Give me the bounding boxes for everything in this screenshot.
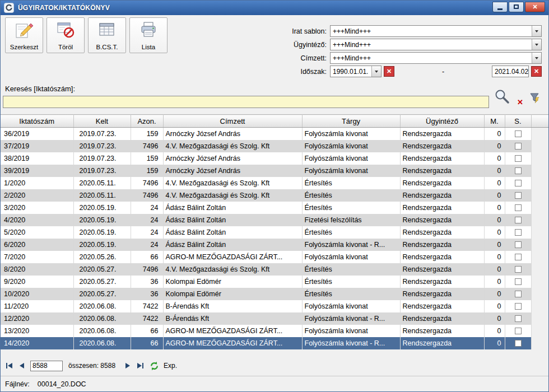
row-checkbox[interactable] bbox=[515, 303, 522, 310]
table-row[interactable]: 7/20202020.05.26.66AGRO-M MEZŐGAZDASÁGI … bbox=[1, 251, 548, 263]
row-checkbox[interactable] bbox=[515, 229, 522, 236]
row-checkbox[interactable] bbox=[515, 167, 522, 174]
row-checkbox[interactable] bbox=[515, 192, 522, 199]
row-checkbox[interactable] bbox=[515, 254, 522, 260]
row-checkbox[interactable] bbox=[515, 266, 522, 273]
cell-azon: 7422 bbox=[131, 300, 163, 312]
cell-s bbox=[505, 152, 531, 165]
irat-sablon-select[interactable]: +++Mind+++ bbox=[330, 25, 542, 37]
clear-search-icon[interactable]: ✕ bbox=[517, 98, 523, 106]
delete-button[interactable]: Töröl bbox=[46, 17, 85, 53]
date-to-field[interactable]: 2021.04.02. bbox=[492, 66, 529, 77]
row-checkbox[interactable] bbox=[515, 180, 522, 186]
col-targy[interactable]: Tárgy bbox=[302, 115, 400, 128]
row-checkbox[interactable] bbox=[515, 143, 522, 150]
row-checkbox[interactable] bbox=[515, 278, 522, 285]
row-checkbox[interactable] bbox=[515, 130, 522, 137]
cell-targy: Folyószámla kivonat bbox=[302, 140, 400, 152]
table-row[interactable]: 2/20202020.05.11.74964.V. Mezőgazdasági … bbox=[1, 189, 548, 202]
table-row[interactable]: 12/20202020.06.08.7422B-Árendás KftFolyó… bbox=[1, 312, 548, 325]
filter-icon[interactable] bbox=[529, 92, 541, 106]
table-row[interactable]: 14/20202020.06.08.66AGRO-M MEZŐGAZDASÁGI… bbox=[1, 337, 548, 349]
cell-azon: 36 bbox=[131, 276, 163, 288]
col-m[interactable]: M. bbox=[484, 115, 505, 128]
chevron-down-icon[interactable] bbox=[532, 26, 541, 36]
date-from-select[interactable]: 1990.01.01. bbox=[330, 66, 381, 77]
col-cimzett[interactable]: Címzett bbox=[163, 115, 302, 128]
arrow-right-icon bbox=[125, 363, 130, 368]
row-filler bbox=[531, 300, 548, 312]
filename-label: Fájlnév: bbox=[5, 380, 30, 388]
nav-prev-button[interactable] bbox=[18, 362, 25, 370]
row-checkbox[interactable] bbox=[515, 155, 522, 162]
statusbar: Fájlnév: 00014_20.DOC bbox=[1, 376, 548, 391]
cell-targy: Folyószámla kivonat - R... bbox=[302, 312, 400, 325]
search-icon[interactable] bbox=[494, 88, 510, 107]
row-checkbox[interactable] bbox=[515, 340, 522, 347]
cell-ugyintezo: Rendszergazda bbox=[400, 177, 484, 189]
table-row[interactable]: 9/20202020.05.27.36Kolompai EdömérÉrtesí… bbox=[1, 276, 548, 288]
col-kelt[interactable]: Kelt bbox=[73, 115, 131, 128]
filter-row-irat-sablon: Irat sablon: +++Mind+++ bbox=[264, 25, 542, 37]
col-azon[interactable]: Azon. bbox=[131, 115, 163, 128]
table-row[interactable]: 10/20202020.05.27.36Kolompai EdömérÉrtes… bbox=[1, 288, 548, 300]
col-ugyintezo[interactable]: Ügyintéző bbox=[400, 115, 484, 128]
row-checkbox[interactable] bbox=[515, 241, 522, 248]
table-row[interactable]: 13/20202020.06.08.66AGRO-M MEZŐGAZDASÁGI… bbox=[1, 325, 548, 337]
cell-ugyintezo: Rendszergazda bbox=[400, 226, 484, 239]
table-row[interactable]: 4/20202020.05.19.24Ádász Bálint ZoltánFi… bbox=[1, 214, 548, 226]
row-checkbox[interactable] bbox=[515, 217, 522, 223]
search-label: Keresés [Iktatószám]: bbox=[5, 85, 75, 93]
col-iktatoszam[interactable]: Iktatószám bbox=[1, 115, 73, 128]
nav-last-button[interactable] bbox=[136, 362, 145, 370]
minimize-button[interactable] bbox=[492, 2, 508, 12]
cimzett-select[interactable]: +++Mind+++ bbox=[330, 52, 542, 64]
cell-iktatoszam: 6/2020 bbox=[1, 239, 73, 251]
nav-first-button[interactable] bbox=[5, 362, 13, 370]
row-checkbox[interactable] bbox=[515, 328, 522, 334]
close-button[interactable]: ✕ bbox=[525, 2, 545, 12]
cell-s bbox=[505, 140, 531, 152]
clear-date-to-button[interactable]: ✕ bbox=[531, 66, 542, 77]
table-row[interactable]: 37/20192019.07.23.74964.V. Mezőgazdasági… bbox=[1, 140, 548, 152]
ugyintezo-select[interactable]: +++Mind+++ bbox=[330, 39, 542, 50]
table-row[interactable]: 11/20202020.06.08.7422B-Árendás KftFolyó… bbox=[1, 300, 548, 312]
table-row[interactable]: 8/20202020.05.27.74964.V. Mezőgazdasági … bbox=[1, 263, 548, 276]
cell-kelt: 2019.07.23. bbox=[73, 128, 131, 140]
table-row[interactable]: 5/20202020.05.19.24Ádász Bálint ZoltánÉr… bbox=[1, 226, 548, 239]
cell-kelt: 2020.05.11. bbox=[73, 189, 131, 202]
cell-azon: 159 bbox=[131, 128, 163, 140]
chevron-down-icon[interactable] bbox=[371, 66, 381, 77]
col-s[interactable]: S. bbox=[505, 115, 531, 128]
nav-next-button[interactable] bbox=[124, 362, 131, 370]
table-row[interactable]: 36/20192019.07.23.159Arnóczky József And… bbox=[1, 128, 548, 140]
refresh-icon[interactable] bbox=[150, 361, 159, 371]
record-count-input[interactable] bbox=[30, 361, 63, 371]
row-filler bbox=[531, 263, 548, 276]
clear-date-from-button[interactable]: ✕ bbox=[384, 66, 394, 77]
search-input[interactable] bbox=[3, 96, 489, 108]
table-row[interactable]: 38/20192019.07.23.159Arnóczky József And… bbox=[1, 152, 548, 165]
row-checkbox[interactable] bbox=[515, 315, 522, 322]
list-button[interactable]: Lista bbox=[129, 17, 168, 53]
cell-m: 0 bbox=[484, 325, 505, 337]
chevron-down-icon[interactable] bbox=[532, 39, 541, 50]
cell-ugyintezo: Rendszergazda bbox=[400, 251, 484, 263]
cell-azon: 24 bbox=[131, 202, 163, 214]
table-row[interactable]: 6/20202020.05.19.24Ádász Bálint ZoltánFo… bbox=[1, 239, 548, 251]
table-row[interactable]: 3/20202020.05.19.24Ádász Bálint ZoltánÉr… bbox=[1, 202, 548, 214]
row-checkbox[interactable] bbox=[515, 204, 522, 211]
table-row[interactable]: 1/20202020.05.11.74964.V. Mezőgazdasági … bbox=[1, 177, 548, 189]
bcst-button[interactable]: B.CS.T. bbox=[88, 17, 126, 53]
cell-iktatoszam: 7/2020 bbox=[1, 251, 73, 263]
edit-button[interactable]: Szerkeszt bbox=[5, 17, 43, 53]
maximize-button[interactable] bbox=[509, 2, 524, 12]
export-label[interactable]: Exp. bbox=[164, 362, 177, 370]
row-checkbox[interactable] bbox=[515, 291, 522, 297]
chevron-down-icon[interactable] bbox=[532, 53, 541, 63]
cell-kelt: 2019.07.23. bbox=[73, 152, 131, 165]
cell-azon: 7496 bbox=[131, 263, 163, 276]
cell-iktatoszam: 36/2019 bbox=[1, 128, 73, 140]
cell-cimzett: Ádász Bálint Zoltán bbox=[163, 226, 302, 239]
table-row[interactable]: 39/20192019.07.23.159Arnóczky József And… bbox=[1, 165, 548, 177]
